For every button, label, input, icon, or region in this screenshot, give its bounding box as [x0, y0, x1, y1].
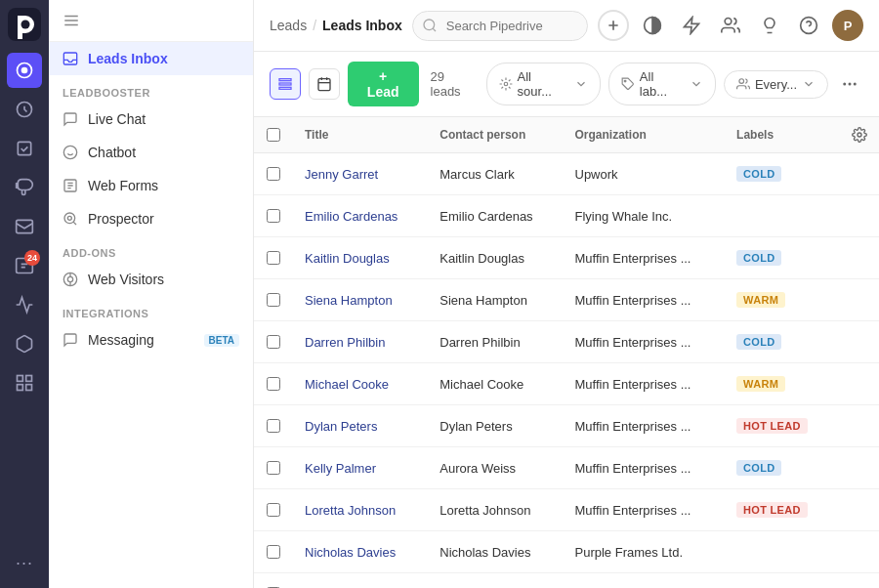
row-actions-cell: ··· [834, 321, 879, 363]
row-more-btn[interactable]: ··· [846, 373, 867, 395]
sidebar-item-messaging[interactable]: Messaging BETA [49, 323, 253, 357]
row-checkbox[interactable] [267, 419, 280, 433]
row-more-btn[interactable]: ··· [846, 163, 867, 185]
row-title[interactable]: Kaitlin Douglas [293, 237, 428, 279]
row-checkbox[interactable] [267, 167, 280, 181]
nav-leads[interactable] [7, 53, 42, 88]
row-title[interactable]: Darren Philbin [293, 321, 428, 363]
row-more-btn[interactable]: ··· [846, 457, 867, 479]
nav-contacts[interactable]: 24 [7, 248, 42, 283]
select-all-checkbox[interactable] [267, 128, 280, 142]
user-avatar[interactable]: P [832, 10, 863, 41]
label-tag: WARM [736, 376, 785, 392]
row-title[interactable]: Siena Hampton [293, 279, 428, 321]
app-logo[interactable] [8, 8, 41, 41]
row-more-btn[interactable]: ··· [846, 247, 867, 269]
row-checkbox[interactable] [267, 293, 280, 307]
theme-icon [643, 16, 662, 35]
row-checkbox[interactable] [267, 503, 280, 517]
row-actions-cell: ··· [834, 363, 879, 405]
nav-more[interactable]: ··· [7, 545, 42, 580]
row-more-btn[interactable]: ··· [846, 415, 867, 437]
row-checkbox[interactable] [267, 377, 280, 391]
help-icon [799, 16, 818, 35]
row-contact: Siena Hampton [428, 279, 563, 321]
nav-tasks[interactable] [7, 131, 42, 166]
add-button[interactable] [598, 10, 629, 41]
sidebar-item-label: Leads Inbox [88, 51, 168, 66]
row-more-btn[interactable]: ··· [846, 205, 867, 227]
row-title[interactable]: Dylan Peters [293, 405, 428, 447]
row-checkbox[interactable] [267, 251, 280, 265]
help-button[interactable] [793, 10, 824, 41]
row-checkbox[interactable] [267, 461, 280, 475]
sidebar-item-prospector[interactable]: Prospector [49, 202, 253, 235]
nav-megaphone[interactable] [7, 170, 42, 205]
users-button[interactable] [715, 10, 746, 41]
row-org: Muffin Enterprises ... [564, 279, 726, 321]
nav-mail[interactable] [7, 209, 42, 244]
lightning-button[interactable] [676, 10, 707, 41]
svg-point-3 [21, 67, 28, 74]
add-lead-button[interactable]: + Lead [348, 62, 419, 106]
sidebar-item-live-chat[interactable]: Live Chat [49, 103, 253, 136]
filter-labels[interactable]: All lab... [608, 63, 716, 105]
row-title[interactable]: Kelly Palmer [293, 447, 428, 489]
leads-count: 29 leads [431, 69, 479, 99]
theme-toggle[interactable] [637, 10, 668, 41]
calendar-view-button[interactable] [309, 68, 340, 100]
sidebar-item-web-forms[interactable]: Web Forms [49, 169, 253, 202]
col-settings [834, 117, 879, 153]
row-title[interactable]: Loretta Johnson [293, 489, 428, 531]
row-title[interactable]: Nicholas Davies [293, 531, 428, 573]
row-label: COLD [725, 447, 834, 489]
list-view-button[interactable] [270, 68, 301, 100]
row-checkbox-cell [254, 531, 293, 573]
toolbar-more-button[interactable] [836, 70, 863, 98]
row-checkbox[interactable] [267, 545, 280, 559]
sidebar-item-leads-inbox[interactable]: Leads Inbox [49, 42, 253, 75]
row-more-btn[interactable]: ··· [846, 541, 867, 563]
row-more-btn[interactable]: ··· [846, 289, 867, 311]
row-more-btn[interactable]: ··· [846, 331, 867, 353]
sidebar: Leads Inbox LEADBOOSTER Live Chat Chatbo… [49, 0, 254, 588]
nav-grid[interactable] [7, 365, 42, 400]
search-input[interactable] [412, 11, 588, 41]
bulb-button[interactable] [754, 10, 785, 41]
table-row: Emilio Cardenas Emilio Cardenas Flying W… [254, 195, 879, 237]
table-row: Jenny Garret Marcus Clark Upwork COLD ··… [254, 153, 879, 195]
row-title[interactable]: Jenny Garret [293, 153, 428, 195]
chevron-down-icon-2 [690, 77, 703, 91]
svg-point-1 [21, 21, 30, 29]
sidebar-header[interactable] [49, 0, 253, 42]
row-more-btn[interactable]: ··· [846, 583, 867, 588]
row-checkbox-cell [254, 279, 293, 321]
nav-box[interactable] [7, 326, 42, 361]
sidebar-item-web-visitors[interactable]: Web Visitors [49, 263, 253, 296]
chatbot-icon [63, 145, 78, 160]
settings-icon[interactable] [852, 127, 867, 143]
row-org: Muffin Enterprises ... [564, 321, 726, 363]
filter-sources[interactable]: All sour... [486, 63, 601, 105]
sidebar-item-label: Chatbot [88, 145, 136, 160]
row-checkbox[interactable] [267, 335, 280, 349]
row-title[interactable]: Michael Cooke [293, 363, 428, 405]
sidebar-item-label: Prospector [88, 211, 154, 227]
nav-chart[interactable] [7, 287, 42, 322]
svg-rect-30 [279, 83, 291, 85]
row-contact: Aurora Weiss [428, 447, 563, 489]
row-title[interactable]: Samuel Five [293, 573, 428, 589]
row-label: HOT LEAD [725, 489, 834, 531]
sidebar-item-chatbot[interactable]: Chatbot [49, 136, 253, 169]
nav-deals[interactable] [7, 92, 42, 127]
row-checkbox[interactable] [267, 209, 280, 223]
row-more-btn[interactable]: ··· [846, 499, 867, 521]
table-row: Kelly Palmer Aurora Weiss Muffin Enterpr… [254, 447, 879, 489]
filter-everyone[interactable]: Every... [724, 70, 828, 99]
filter-labels-label: All lab... [640, 69, 685, 99]
row-title[interactable]: Emilio Cardenas [293, 195, 428, 237]
table-row: Dylan Peters Dylan Peters Muffin Enterpr… [254, 405, 879, 447]
sidebar-section-leadbooster: LEADBOOSTER [49, 75, 253, 103]
breadcrumb: Leads / Leads Inbox [270, 18, 402, 33]
search-icon [422, 18, 438, 33]
